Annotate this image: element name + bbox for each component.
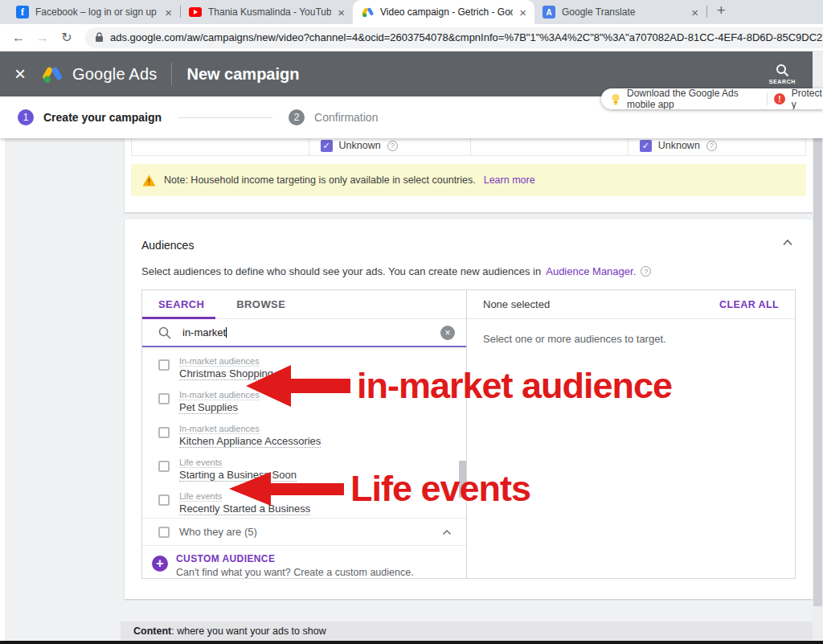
custom-audience-subtitle: Can't find what you want? Create a custo… [176, 567, 414, 578]
checkbox-icon[interactable] [158, 359, 170, 371]
lightbulb-icon [611, 93, 620, 105]
tab-youtube[interactable]: Thania Kusmalinda - YouTube × [181, 0, 353, 24]
page-scrollbar[interactable] [813, 51, 823, 641]
tab-close-icon[interactable]: × [338, 6, 345, 18]
table-cell-unknown: ✓ Unknown ? [628, 138, 805, 155]
collapse-chevron-icon[interactable] [442, 529, 452, 535]
tab-title: Thania Kusmalinda - YouTube [208, 6, 331, 18]
search-icon [776, 64, 789, 77]
unknown-label: Unknown [658, 140, 700, 151]
step-connector-line [178, 117, 272, 118]
clear-all-button[interactable]: CLEAR ALL [719, 299, 779, 310]
header-search-button[interactable]: SEARCH [769, 64, 796, 84]
translate-icon: A [543, 6, 555, 18]
annotation-text: Life events [350, 468, 530, 510]
brand-title: Google Ads [72, 65, 157, 84]
table-cell [132, 138, 309, 155]
page-title: New campaign [186, 65, 299, 84]
facebook-icon: f [16, 6, 29, 18]
checkbox-icon[interactable] [158, 427, 170, 438]
step-label: Confirmation [314, 111, 378, 124]
tab-video-campaign-active[interactable]: Video campaign - Getrich - Goo × [353, 0, 534, 24]
warning-icon [142, 174, 156, 187]
url-text: ads.google.com/aw/campaigns/new/video?ch… [110, 31, 823, 43]
plus-icon: + [152, 556, 168, 572]
custom-audience-button[interactable]: + CUSTOM AUDIENCE Can't find what you wa… [142, 545, 466, 583]
tab-google-translate[interactable]: A Google Translate × [534, 0, 706, 24]
selection-hint: Select one or more audiences to target. [467, 319, 795, 359]
household-income-note: Note: Household income targeting is only… [131, 164, 806, 196]
help-icon[interactable]: ? [387, 141, 398, 151]
back-icon[interactable]: ← [8, 31, 29, 45]
new-tab-button[interactable]: + [717, 2, 726, 19]
tab-title: Facebook – log in or sign up [35, 6, 158, 18]
browser-toolbar: ← → ↻ ads.google.com/aw/campaigns/new/vi… [0, 24, 823, 51]
audiences-card: Audiences Select audiences to define who… [125, 219, 813, 599]
audience-category: In-market audiences [179, 423, 321, 434]
tab-facebook[interactable]: f Facebook – log in or sign up × [8, 0, 180, 24]
annotation-arrow-icon [229, 470, 344, 507]
lock-icon[interactable] [95, 32, 104, 43]
demographics-table-row: ✓ Unknown ? ✓ Unknown ? [131, 138, 806, 156]
youtube-icon [189, 6, 202, 18]
step-create-campaign[interactable]: 1 Create your campaign [18, 109, 162, 125]
group-label: Who they are (5) [179, 526, 257, 538]
address-bar[interactable]: ads.google.com/aw/campaigns/new/video?ch… [85, 27, 823, 48]
forward-icon[interactable]: → [32, 31, 53, 45]
picker-tabs: SEARCH BROWSE [142, 290, 466, 319]
audience-manager-link[interactable]: Audience Manager. [546, 265, 636, 277]
protect-link[interactable]: Protect y [792, 88, 823, 109]
audiences-description: Select audiences to define who should se… [141, 265, 651, 277]
checkbox-checked-icon[interactable]: ✓ [321, 140, 333, 152]
audience-picker: SEARCH BROWSE in-market × In-market audi… [141, 289, 796, 579]
close-icon[interactable]: × [14, 64, 26, 84]
collapse-chevron-icon[interactable] [782, 239, 793, 246]
checkbox-checked-icon[interactable]: ✓ [640, 140, 652, 152]
content-label: Content [133, 626, 171, 637]
audience-result-item[interactable]: In-market audiencesKitchen Appliance Acc… [142, 418, 466, 452]
unknown-label: Unknown [339, 140, 381, 151]
note-text: Note: Household income targeting is only… [164, 174, 476, 186]
audiences-description-text: Select audiences to define who should se… [141, 265, 541, 277]
learn-more-link[interactable]: Learn more [484, 174, 535, 186]
annotation-life-events: Life events [229, 468, 530, 510]
screen: f Facebook – log in or sign up × Thania … [0, 0, 823, 644]
download-app-link[interactable]: Download the Google Ads mobile app [627, 88, 760, 109]
alert-icon: ! [774, 93, 785, 105]
tab-close-icon[interactable]: × [691, 6, 698, 18]
reload-icon[interactable]: ↻ [56, 30, 77, 45]
audience-search-input[interactable]: in-market × [142, 319, 466, 347]
selected-audiences-panel: None selected CLEAR ALL Select one or mo… [467, 290, 795, 578]
browser-tab-bar: f Facebook – log in or sign up × Thania … [0, 0, 823, 24]
step-confirmation[interactable]: 2 Confirmation [289, 109, 378, 125]
selection-header: None selected CLEAR ALL [467, 290, 795, 319]
help-icon[interactable]: ? [706, 141, 717, 151]
google-ads-logo-icon [42, 65, 63, 84]
tab-search[interactable]: SEARCH [158, 290, 204, 318]
table-cell-unknown: ✓ Unknown ? [309, 138, 470, 155]
demographics-card: ✓ Unknown ? ✓ Unknown ? Note: Household … [125, 138, 813, 212]
custom-audience-title: CUSTOM AUDIENCE [176, 553, 414, 565]
audience-category: Life events [179, 457, 297, 468]
audience-name: Kitchen Appliance Accessories [179, 434, 321, 448]
checkbox-icon[interactable] [158, 527, 170, 538]
who-they-are-group-row[interactable]: Who they are (5) [142, 518, 466, 545]
checkbox-icon[interactable] [158, 393, 170, 404]
clear-search-icon[interactable]: × [440, 326, 455, 340]
checkbox-icon[interactable] [158, 461, 170, 472]
tab-close-icon[interactable]: × [519, 6, 526, 18]
checkbox-icon[interactable] [158, 494, 170, 506]
tab-close-icon[interactable]: × [165, 6, 172, 18]
help-icon[interactable]: ? [641, 266, 651, 277]
tab-browse[interactable]: BROWSE [236, 290, 285, 318]
page-scrollbar-thumb[interactable] [813, 109, 822, 606]
audiences-section-title: Audiences [141, 239, 194, 252]
search-query-text: in-market [182, 326, 226, 338]
audience-search-panel: SEARCH BROWSE in-market × In-market audi… [142, 290, 467, 578]
annotation-text: in-market audience [357, 365, 672, 407]
notification-bar: Download the Google Ads mobile app ! Pro… [601, 88, 823, 109]
annotation-arrow-icon [246, 363, 350, 408]
screenshot-bottom-edge [0, 641, 823, 644]
left-page-strip [0, 138, 5, 641]
table-cell [470, 138, 628, 155]
